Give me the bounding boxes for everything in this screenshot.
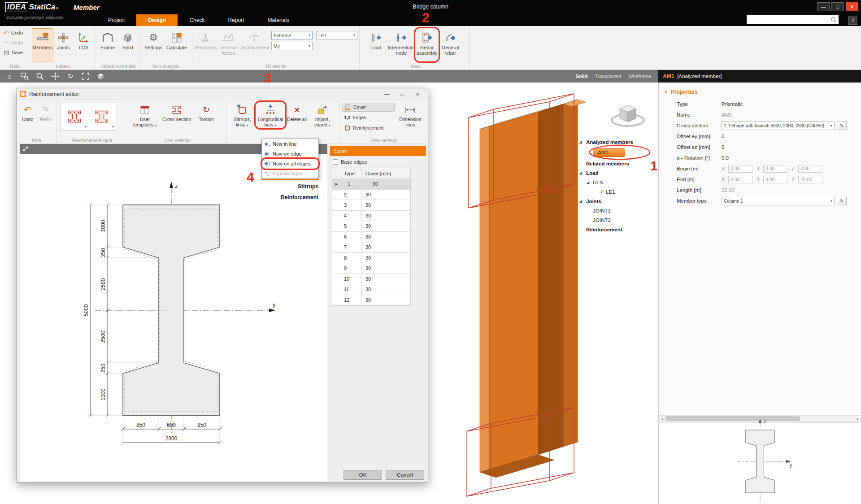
table-row[interactable]: 1130 (332, 284, 410, 295)
joints-button[interactable]: Joints (53, 28, 74, 61)
table-row[interactable]: 630 (332, 232, 410, 243)
expander-icon[interactable]: ◢ (587, 180, 589, 184)
user-templates-button[interactable]: User templates ▾ (130, 102, 160, 128)
zoom-window-icon[interactable] (20, 71, 30, 81)
base-edges-row[interactable]: Base edges (330, 156, 426, 168)
menu-new-in-line[interactable]: New in line (262, 139, 318, 149)
type-value[interactable]: Prismatic (722, 101, 743, 107)
intermediate-node-button[interactable]: Intermediate node (387, 28, 415, 61)
delete-all-button[interactable]: × Delete all (285, 102, 309, 122)
reactions-button[interactable]: Reactions (194, 28, 217, 61)
minimize-button[interactable]: — (817, 2, 830, 11)
longitudinal-bars-button[interactable]: 3 Longitudinal bars ▾ (256, 102, 285, 128)
template-2-button[interactable]: ▾ (89, 104, 115, 129)
menu-new-on-all-edges[interactable]: 4 New on all edges (262, 159, 318, 169)
tree-related-members[interactable]: Related members (579, 159, 658, 168)
lcs-button[interactable]: LCS (74, 28, 94, 61)
scroll-right-icon[interactable]: ▸ (854, 417, 861, 421)
table-row[interactable]: 530 (332, 221, 410, 232)
stirrups-section-label[interactable]: Stirrups (250, 183, 318, 194)
view-mode-wireframe[interactable]: Wireframe (628, 74, 651, 79)
pan-icon[interactable] (50, 71, 60, 81)
search-box[interactable] (747, 15, 839, 24)
tab-check[interactable]: Check (178, 14, 216, 26)
torsion-button[interactable]: ↻ Torsion (194, 102, 219, 122)
cover-toggle[interactable]: Cover (342, 103, 395, 112)
cancel-button[interactable]: Cancel (386, 470, 424, 480)
tab-design[interactable]: Design (136, 14, 178, 26)
cross-section-edit-button[interactable]: ✎ (837, 122, 847, 130)
tree-analyzed-members[interactable]: ◢Analyzed members (579, 137, 658, 147)
dialog-titlebar[interactable]: Reinforcement editor — □ × (17, 88, 428, 100)
table-row[interactable]: 430 (332, 211, 410, 222)
table-row[interactable]: 1030 (332, 274, 410, 285)
load-button[interactable]: Load (364, 28, 387, 61)
dialog-undo-button[interactable]: ↶Undo (19, 102, 37, 122)
dimension-lines-button[interactable]: Dimension lines (395, 102, 426, 127)
end-z-field[interactable]: 22.00 (798, 176, 822, 183)
properties-section-header[interactable]: ▼ Properties (659, 83, 861, 99)
home-icon[interactable]: ⌂ (4, 71, 14, 81)
rotate-icon[interactable]: ↻ (65, 71, 75, 81)
tree-joints[interactable]: ◢Joints (579, 196, 658, 206)
view-mode-solid[interactable]: Solid (575, 74, 587, 79)
frame-button[interactable]: Frame (98, 28, 118, 61)
edges-toggle[interactable]: 1,2 Edges (342, 113, 395, 122)
table-row[interactable]: 730 (332, 242, 410, 253)
dialog-redo-button[interactable]: ↷Redo (37, 102, 55, 122)
member-type-edit-button[interactable]: ✎ (837, 197, 847, 205)
tree-reinforcement[interactable]: Reinforcement (579, 225, 658, 234)
load-case-select[interactable]: LE1▾ (316, 31, 357, 39)
tab-project[interactable]: Project (96, 14, 136, 26)
navigation-cube[interactable] (608, 95, 648, 135)
general-rebar-button[interactable]: General rebar (439, 28, 462, 61)
reinforcement-toggle[interactable]: Reinforcement (342, 123, 395, 132)
cross-section-button[interactable]: Cross-section (160, 102, 194, 122)
menu-explode-layer[interactable]: Explode layer (262, 169, 318, 178)
begin-z-field[interactable]: 0.00 (798, 165, 822, 173)
base-edges-checkbox[interactable] (333, 159, 338, 165)
end-x-field[interactable]: 0.00 (728, 176, 752, 183)
ok-button[interactable]: OK (344, 470, 382, 480)
table-row[interactable]: 330 (332, 200, 410, 211)
tree-uls[interactable]: ◢ULS (579, 178, 658, 187)
expander-icon[interactable]: ◢ (579, 140, 582, 144)
calculate-button[interactable]: Calculate (165, 28, 188, 61)
redo-button[interactable]: ↷Redo (4, 38, 28, 47)
reinforcement-section-label[interactable]: Reinforcement (250, 194, 318, 205)
tree-joint2[interactable]: JOINT2 (579, 215, 658, 225)
rebar-assembly-button[interactable]: 2 Rebar assembly (415, 28, 439, 61)
table-row[interactable]: 930 (332, 263, 410, 274)
info-button[interactable]: i (848, 16, 857, 25)
tree-le1[interactable]: ✓LE1 (579, 187, 658, 196)
menu-new-on-edge[interactable]: New on edge (262, 149, 318, 159)
tree-joint1[interactable]: JOINT1 (579, 206, 658, 215)
solid-button[interactable]: Solid (118, 28, 138, 61)
displacement-button[interactable]: Displacement (240, 28, 269, 61)
end-y-field[interactable]: 0.00 (763, 176, 787, 183)
offset-ey-value[interactable]: 0 (722, 134, 724, 139)
scroll-left-icon[interactable]: ◂ (659, 417, 665, 421)
import-export-button[interactable]: Import, export ▾ (309, 102, 336, 128)
begin-y-field[interactable]: 0.00 (763, 165, 787, 173)
chevron-down-icon[interactable]: ▾ (112, 125, 114, 129)
table-row[interactable]: ▶130 (332, 179, 410, 190)
column-3d-model[interactable] (466, 91, 592, 504)
expander-icon[interactable]: ◢ (579, 199, 582, 203)
close-button[interactable]: × (846, 2, 858, 11)
extreme-select[interactable]: Extreme▾ (271, 31, 313, 39)
tree-load[interactable]: ◢Load (579, 168, 658, 178)
chevron-down-icon[interactable]: ▾ (85, 125, 87, 129)
view-style-icon[interactable] (96, 71, 106, 81)
maximize-button[interactable]: □ (831, 2, 844, 11)
tree-item-am1[interactable]: AM1 1 (579, 147, 658, 159)
component-select[interactable]: My▾ (271, 42, 313, 50)
internal-forces-button[interactable]: Internal forces (217, 28, 240, 61)
rotation-value[interactable]: 0.0 (722, 155, 729, 161)
members-button[interactable]: Members (32, 28, 53, 61)
tab-materials[interactable]: Materials (256, 14, 301, 26)
table-row[interactable]: 830 (332, 253, 410, 264)
expander-icon[interactable]: ◢ (579, 171, 582, 175)
zoom-icon[interactable] (35, 71, 45, 81)
view-mode-transparent[interactable]: Transparent (595, 74, 621, 79)
